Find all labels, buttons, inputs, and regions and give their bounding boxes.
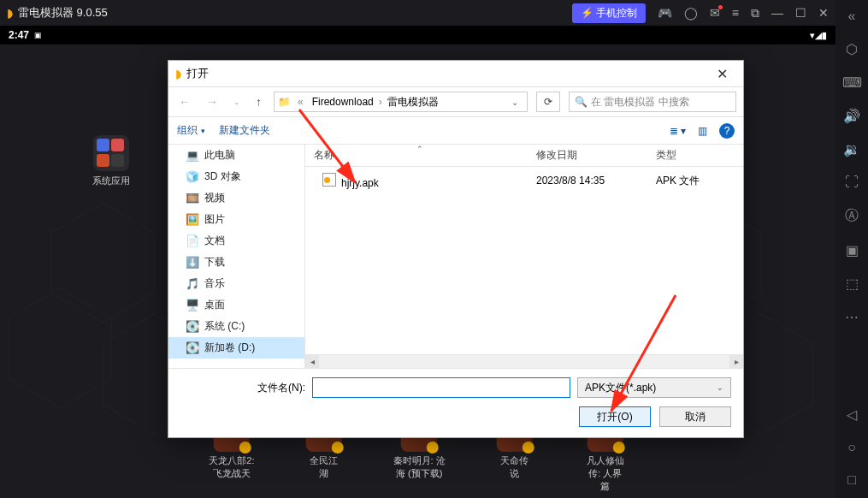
- preview-pane-button[interactable]: ▥: [698, 125, 707, 137]
- scroll-right-icon[interactable]: ▸: [729, 355, 743, 368]
- record-icon[interactable]: ⬚: [846, 276, 859, 292]
- view-mode-button[interactable]: ≣ ▾: [670, 125, 686, 137]
- android-statusbar: 2:47 ▣ ▾◢▮: [0, 26, 836, 44]
- nav-up-icon[interactable]: ↑: [252, 95, 265, 109]
- file-date: 2023/8/8 14:35: [528, 175, 647, 187]
- tree-item[interactable]: 💽系统 (C:): [168, 316, 304, 337]
- text-icon[interactable]: Ⓐ: [845, 207, 859, 225]
- search-icon: 🔍: [575, 96, 588, 108]
- home-icon[interactable]: ○: [847, 440, 856, 455]
- tree-item[interactable]: 🧊3D 对象: [168, 166, 304, 187]
- chevron-down-icon: ⌄: [717, 383, 723, 392]
- dialog-footer: 文件名(N): APK文件(*.apk) ⌄ 打开(O) 取消: [168, 368, 743, 437]
- tree-item[interactable]: 🎵音乐: [168, 273, 304, 294]
- phone-control-button[interactable]: ⚡手机控制: [572, 3, 646, 23]
- nav-forward-icon[interactable]: →: [203, 95, 221, 109]
- keyboard-icon[interactable]: ⌨: [842, 74, 862, 91]
- popout-icon[interactable]: ⧉: [751, 6, 759, 21]
- tree-item-icon: 🖼️: [186, 213, 199, 226]
- col-type[interactable]: 类型: [647, 148, 733, 163]
- filename-label: 文件名(N):: [257, 381, 305, 395]
- system-apps-folder[interactable]: 系统应用: [92, 135, 130, 187]
- new-folder-button[interactable]: 新建文件夹: [219, 123, 270, 138]
- dialog-toolbar: 组织▾ 新建文件夹 ≣ ▾ ▥ ?: [168, 117, 743, 145]
- scroll-left-icon[interactable]: ◂: [305, 355, 319, 368]
- volume-up-icon[interactable]: 🔊: [843, 108, 860, 124]
- filename-input[interactable]: [312, 377, 570, 398]
- tree-item-label: 音乐: [204, 276, 225, 291]
- mail-icon[interactable]: ✉: [710, 6, 720, 20]
- hex-icon[interactable]: ⬡: [846, 41, 858, 57]
- bolt-icon: ⚡: [581, 7, 593, 19]
- organize-button[interactable]: 组织▾: [177, 123, 205, 138]
- tree-item[interactable]: 🖼️图片: [168, 209, 304, 230]
- back-icon[interactable]: ◁: [847, 406, 857, 423]
- cancel-button[interactable]: 取消: [659, 406, 731, 427]
- tree-item-icon: 📄: [186, 234, 199, 247]
- breadcrumb-seg-1[interactable]: 雷电模拟器: [382, 95, 444, 110]
- tree-item[interactable]: ⬇️下载: [168, 252, 304, 273]
- breadcrumb-seg-0[interactable]: Firedownload: [307, 96, 379, 108]
- tree-item-label: 桌面: [204, 298, 225, 312]
- app-label: 天龙八部2: 飞龙战天: [209, 454, 254, 480]
- nav-back-icon[interactable]: ←: [175, 95, 194, 109]
- folder-icon: 📁: [278, 96, 291, 108]
- horizontal-scrollbar[interactable]: ◂ ▸: [305, 354, 743, 368]
- help-icon[interactable]: ?: [719, 123, 735, 139]
- tree-item-label: 此电脑: [204, 148, 235, 163]
- dialog-app-icon: ◗: [175, 67, 181, 80]
- app-label: 天命传说: [497, 454, 533, 480]
- app-badge-icon: [239, 442, 251, 454]
- tree-item[interactable]: 🖥️桌面: [168, 294, 304, 316]
- close-emulator-icon[interactable]: ✕: [818, 6, 829, 20]
- status-time: 2:47: [9, 29, 29, 41]
- dialog-navbar: ← → ⌄ ↑ 📁 « Firedownload › 雷电模拟器 ⌄ ⟳ 🔍 在…: [168, 86, 743, 117]
- volume-down-icon[interactable]: 🔉: [843, 141, 860, 157]
- more-icon[interactable]: ⋯: [845, 309, 859, 325]
- screenshot-icon[interactable]: ▣: [846, 242, 859, 258]
- sort-indicator-icon: ⌃: [416, 145, 423, 153]
- tree-item-label: 新加卷 (D:): [204, 341, 255, 355]
- tree-item[interactable]: 🎞️视频: [168, 187, 304, 209]
- account-icon[interactable]: ◯: [684, 6, 698, 20]
- tree-item-icon: ⬇️: [186, 256, 199, 269]
- breadcrumb-dropdown-icon[interactable]: ⌄: [506, 98, 523, 107]
- collapse-icon[interactable]: «: [848, 9, 856, 24]
- svg-marker-1: [9, 288, 111, 408]
- app-label: 秦时明月: 沧海 (预下载): [393, 454, 445, 480]
- open-button[interactable]: 打开(O): [579, 406, 651, 427]
- minimize-icon[interactable]: —: [771, 6, 783, 20]
- file-row[interactable]: hjrjy.apk2023/8/8 14:35APK 文件: [305, 167, 743, 189]
- tree-item[interactable]: 📄文档: [168, 230, 304, 252]
- file-type-filter[interactable]: APK文件(*.apk) ⌄: [577, 377, 731, 398]
- col-date[interactable]: 修改日期: [528, 148, 647, 163]
- emulator-titlebar: ◗ 雷电模拟器 9.0.55 ⚡手机控制 🎮 ◯ ✉ ≡ ⧉ — ☐ ✕: [0, 0, 836, 26]
- breadcrumb[interactable]: 📁 « Firedownload › 雷电模拟器 ⌄: [274, 92, 528, 112]
- search-placeholder: 在 雷电模拟器 中搜索: [591, 95, 689, 110]
- app-badge-icon: [613, 442, 625, 454]
- search-input[interactable]: 🔍 在 雷电模拟器 中搜索: [569, 92, 736, 112]
- tree-item-label: 系统 (C:): [204, 319, 245, 334]
- file-list: ⌃ 名称 修改日期 类型 hjrjy.apk2023/8/8 14:35APK …: [305, 145, 743, 368]
- refresh-button[interactable]: ⟳: [536, 92, 560, 112]
- fullscreen-icon[interactable]: ⛶: [845, 175, 859, 190]
- app-badge-icon: [523, 442, 534, 454]
- tree-item[interactable]: 💽新加卷 (D:): [168, 337, 304, 359]
- gamepad-icon[interactable]: 🎮: [658, 6, 672, 20]
- app-badge-icon: [427, 442, 439, 454]
- recent-icon[interactable]: □: [847, 472, 856, 488]
- tree-item[interactable]: 💻此电脑: [168, 145, 304, 166]
- tree-item-label: 图片: [204, 212, 225, 227]
- file-rows: hjrjy.apk2023/8/8 14:35APK 文件: [305, 167, 743, 354]
- menu-icon[interactable]: ≡: [732, 6, 739, 20]
- tree-item-label: 视频: [204, 191, 225, 205]
- tree-item-label: 下载: [204, 255, 225, 270]
- status-network-icon: ▾◢▮: [810, 30, 827, 41]
- dialog-titlebar: ◗ 打开 ✕: [168, 61, 743, 86]
- tree-item-icon: 💽: [186, 341, 199, 354]
- app-badge-icon: [331, 442, 343, 454]
- tree-item-icon: 💻: [186, 149, 199, 162]
- dialog-close-button[interactable]: ✕: [708, 64, 736, 84]
- nav-history-icon[interactable]: ⌄: [230, 98, 244, 106]
- maximize-icon[interactable]: ☐: [795, 6, 806, 20]
